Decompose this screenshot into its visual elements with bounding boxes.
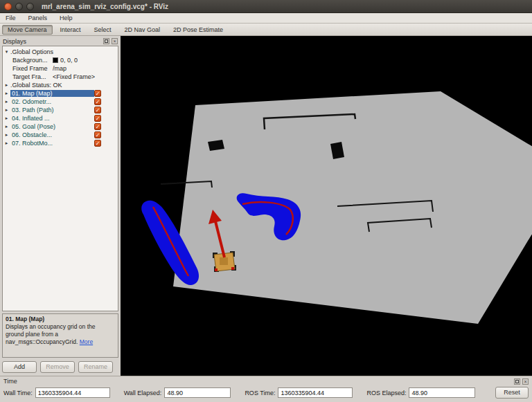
menu-help[interactable]: Help (58, 15, 74, 21)
titlebar: mrl_arena_sim_rviz_config.vcg* - RViz (0, 0, 532, 13)
description-title: 01. Map (Map) (6, 316, 115, 323)
ros-elapsed-input[interactable] (409, 387, 475, 398)
expander-icon[interactable] (3, 99, 10, 104)
reset-button[interactable]: Reset (495, 387, 529, 399)
expander-icon[interactable] (3, 124, 10, 129)
wall-elapsed-label: Wall Elapsed: (124, 390, 162, 396)
add-button[interactable]: Add (2, 361, 37, 373)
arena-floor (173, 91, 532, 324)
time-panel-title: Time (3, 378, 17, 385)
menubar: File Panels Help (0, 13, 532, 24)
wall-time-label: Wall Time: (3, 390, 33, 396)
expander-icon[interactable] (3, 49, 10, 55)
robot-marker (231, 267, 234, 270)
expander-icon[interactable] (3, 91, 10, 96)
ros-time-input[interactable] (278, 387, 353, 398)
remove-button[interactable]: Remove (40, 361, 75, 373)
close-icon[interactable] (522, 378, 529, 385)
tree-item-global-status[interactable]: .Global Status: OK (3, 81, 118, 89)
displays-buttons: Add Remove Rename (2, 360, 118, 374)
expander-icon[interactable] (3, 140, 10, 146)
tool-select[interactable]: Select (89, 25, 117, 35)
wall-elapsed-input[interactable] (164, 387, 231, 398)
enabled-checkbox[interactable] (94, 140, 101, 147)
tool-move-camera[interactable]: Move Camera (2, 25, 53, 35)
display-item-goal[interactable]: 05. Goal (Pose) (3, 122, 118, 131)
rename-button[interactable]: Rename (78, 361, 113, 373)
property-background[interactable]: Backgroun... 0, 0, 0 (3, 56, 118, 64)
rviz-window: mrl_arena_sim_rviz_config.vcg* - RViz Fi… (0, 0, 532, 402)
tool-interact[interactable]: Interact (55, 25, 87, 35)
displays-panel: Displays .Global Options Backgroun... 0,… (0, 36, 121, 376)
display-description: 01. Map (Map) Displays an occupancy grid… (2, 313, 118, 358)
robot-top-plate (220, 257, 228, 265)
ros-time-label: ROS Time: (245, 390, 275, 396)
window-maximize-button[interactable] (26, 3, 34, 10)
menu-file[interactable]: File (4, 15, 17, 21)
display-item-odometry[interactable]: 02. Odometr... (3, 98, 118, 106)
display-item-robotmodel[interactable]: 07. RobotMo... (3, 139, 118, 147)
expander-icon[interactable] (3, 107, 10, 113)
more-link[interactable]: More (80, 338, 93, 345)
enabled-checkbox[interactable] (94, 131, 101, 138)
render-viewport[interactable] (121, 36, 532, 376)
displays-tree: .Global Options Backgroun... 0, 0, 0 Fix… (2, 46, 118, 311)
property-fixed-frame[interactable]: Fixed Frame /map (3, 64, 118, 73)
tool-2d-pose-estimate[interactable]: 2D Pose Estimate (168, 25, 229, 35)
time-fields: Wall Time: Wall Elapsed: ROS Time: ROS E… (3, 385, 529, 400)
scene-3d (121, 36, 532, 376)
time-panel: Time Wall Time: Wall Elapsed: ROS Time: … (0, 376, 532, 402)
enabled-checkbox[interactable] (94, 107, 101, 113)
tool-2d-nav-goal[interactable]: 2D Nav Goal (119, 25, 166, 35)
expander-icon[interactable] (3, 82, 10, 88)
window-title: mrl_arena_sim_rviz_config.vcg* - RViz (42, 3, 168, 10)
expander-icon[interactable] (3, 116, 10, 121)
undock-icon[interactable] (514, 378, 520, 385)
menu-panels[interactable]: Panels (27, 15, 49, 21)
displays-panel-header: Displays (2, 37, 118, 46)
toolbar: Move Camera Interact Select 2D Nav Goal … (0, 24, 532, 36)
enabled-checkbox[interactable] (94, 115, 101, 122)
time-panel-header: Time (3, 377, 529, 385)
wall-time-input[interactable] (35, 387, 110, 398)
property-target-frame[interactable]: Target Fra... <Fixed Frame> (3, 73, 118, 81)
tree-item-global-options[interactable]: .Global Options (3, 48, 118, 56)
display-item-inflated[interactable]: 04. Inflated ... (3, 114, 118, 122)
robot-marker (215, 268, 218, 271)
color-swatch[interactable] (53, 57, 58, 63)
undock-icon[interactable] (103, 38, 109, 44)
enabled-checkbox[interactable] (94, 98, 101, 105)
ros-elapsed-label: ROS Elapsed: (366, 390, 406, 396)
enabled-checkbox[interactable] (94, 90, 101, 97)
window-minimize-button[interactable] (15, 3, 23, 10)
display-item-path[interactable]: 03. Path (Path) (3, 106, 118, 114)
displays-panel-title: Displays (3, 38, 26, 45)
display-item-map[interactable]: 01. Map (Map) (3, 89, 118, 98)
window-close-button[interactable] (4, 3, 12, 10)
close-icon[interactable] (112, 38, 118, 44)
expander-icon[interactable] (3, 132, 10, 138)
display-item-obstacle[interactable]: 06. Obstacle... (3, 131, 118, 139)
enabled-checkbox[interactable] (94, 123, 101, 130)
main-area: Displays .Global Options Backgroun... 0,… (0, 36, 532, 376)
